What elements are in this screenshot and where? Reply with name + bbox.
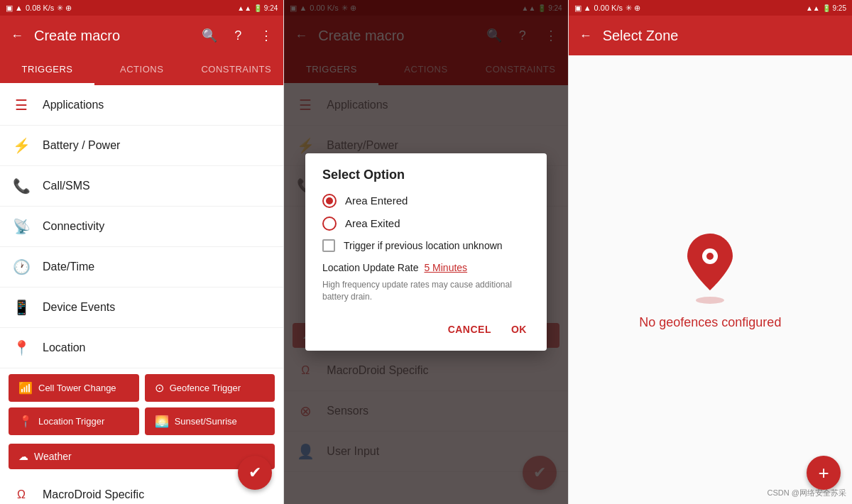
datetime-icon-1: 🕐 (11, 257, 31, 277)
battery-label-1: Battery / Power (43, 139, 120, 152)
radio-entered-label: Area Entered (345, 195, 408, 207)
modal-actions: CANCEL OK (322, 314, 530, 339)
geofence-icon-1: ⊙ (155, 381, 164, 395)
radio-entered-circle (322, 194, 337, 208)
sunset-label-1: Sunset/Sunrise (175, 416, 237, 427)
search-button-1[interactable]: 🔍 (201, 27, 218, 44)
watermark: CSDN @网络安全苏采 (768, 488, 846, 498)
datetime-label-1: Date/Time (43, 261, 94, 273)
status-bar-left-3: ▣ ▲ 0.00 K/s ✳ ⊕ (574, 4, 640, 13)
status-icons-1: ▣ ▲ (6, 4, 23, 13)
checkbox-previous-location[interactable]: Trigger if previous location unknown (322, 239, 530, 252)
trigger-battery-1[interactable]: ⚡ Battery / Power (0, 126, 283, 166)
fab-1[interactable]: ✔ (238, 456, 272, 490)
location-trigger-label-1: Location Trigger (38, 416, 104, 427)
macrodroid-label-1: MacroDroid Specific (43, 488, 144, 501)
applications-icon-1: ☰ (11, 95, 31, 115)
app-bar-actions-1: 🔍 ? ⋮ (201, 27, 275, 44)
location-sub-items-1: 📶 Cell Tower Change ⊙ Geofence Trigger 📍… (0, 368, 283, 441)
status-bar-left-1: ▣ ▲ 0.08 K/s ✳ ⊕ (6, 4, 72, 13)
deviceevents-icon-1: 📱 (11, 297, 31, 317)
callsms-label-1: Call/SMS (43, 180, 90, 192)
status-bar-right-1: ▲▲ 🔋 9:24 (237, 4, 278, 12)
clock-1: 9:24 (264, 4, 278, 12)
tab-triggers-1[interactable]: Triggers (0, 55, 94, 85)
macrodroid-icon-1: Ω (11, 485, 31, 504)
trigger-location-1[interactable]: 📍 Location (0, 328, 283, 368)
modal-note: High frequency update rates may cause ad… (322, 279, 530, 303)
bt-icon-3: ✳ ⊕ (626, 4, 640, 13)
location-label-1: Location (43, 341, 86, 354)
pin-shadow (696, 297, 724, 304)
checkbox-label: Trigger if previous location unknown (344, 240, 503, 251)
cell-tower-icon-1: 📶 (18, 381, 33, 395)
help-button-1[interactable]: ? (229, 27, 246, 44)
geofence-btn-1[interactable]: ⊙ Geofence Trigger (145, 374, 275, 402)
map-pin-svg (682, 230, 738, 294)
status-icons-3: ▣ ▲ (574, 4, 591, 13)
radio-exited-circle (322, 217, 337, 231)
trigger-callsms-1[interactable]: 📞 Call/SMS (0, 166, 283, 207)
modal-ok-button[interactable]: OK (508, 319, 530, 339)
geofence-label-1: Geofence Trigger (170, 383, 241, 393)
radio-area-entered[interactable]: Area Entered (322, 194, 530, 208)
location-update-value[interactable]: 5 Minutes (424, 262, 467, 273)
fab-plus-icon: + (818, 462, 829, 484)
data-speed-3: 0.00 K/s (594, 4, 623, 12)
location-trigger-icon-1: 📍 (18, 415, 33, 428)
sunset-icon-1: 🌅 (155, 415, 169, 428)
deviceevents-label-1: Device Events (43, 301, 115, 314)
trigger-datetime-1[interactable]: 🕐 Date/Time (0, 247, 283, 287)
modal-overlay-2[interactable]: Select Option Area Entered Area Exited T… (284, 0, 567, 504)
cell-tower-btn-1[interactable]: 📶 Cell Tower Change (9, 374, 139, 402)
trigger-deviceevents-1[interactable]: 📱 Device Events (0, 287, 283, 328)
connectivity-icon-1: 📡 (11, 217, 31, 236)
back-button-1[interactable]: ← (9, 27, 26, 44)
trigger-applications-1[interactable]: ☰ Applications (0, 85, 283, 126)
no-geofences-text: No geofences configured (639, 315, 781, 330)
app-bar-3: ← Select Zone (569, 16, 852, 55)
panel-1: ▣ ▲ 0.08 K/s ✳ ⊕ ▲▲ 🔋 9:24 ← Create macr… (0, 0, 284, 504)
panel-3: ▣ ▲ 0.00 K/s ✳ ⊕ ▲▲ 🔋 9:25 ← Select Zone (569, 0, 852, 504)
weather-icon-1: ☁ (18, 451, 28, 462)
checkbox-box (322, 239, 335, 252)
app-bar-1: ← Create macro 🔍 ? ⋮ (0, 16, 283, 55)
tabs-1: Triggers Actions Constraints (0, 55, 283, 85)
back-button-3[interactable]: ← (577, 27, 594, 44)
select-zone-fab[interactable]: + (807, 456, 841, 490)
panel-2: ▣ ▲ 0.00 K/s ✳ ⊕ ▲▲ 🔋 9:24 ← Create macr… (284, 0, 568, 504)
location-icon-1: 📍 (11, 338, 31, 358)
map-pin-container (682, 230, 738, 301)
data-speed-1: 0.08 K/s (26, 4, 54, 12)
trigger-connectivity-1[interactable]: 📡 Connectivity (0, 207, 283, 247)
connectivity-label-1: Connectivity (43, 220, 104, 233)
bt-icon-1: ✳ ⊕ (57, 4, 72, 13)
app-title-1: Create macro (34, 28, 192, 44)
location-update-label: Location Update Rate (322, 262, 418, 273)
svg-point-1 (706, 253, 714, 260)
battery-icon-1: ⚡ (11, 136, 31, 155)
modal-cancel-button[interactable]: CANCEL (445, 319, 494, 339)
tab-actions-1[interactable]: Actions (94, 55, 189, 85)
cell-tower-label-1: Cell Tower Change (38, 383, 116, 393)
select-zone-content: No geofences configured (569, 55, 852, 504)
weather-label-1: Weather (34, 451, 72, 462)
tab-constraints-1[interactable]: Constraints (189, 55, 283, 85)
status-bar-1: ▣ ▲ 0.08 K/s ✳ ⊕ ▲▲ 🔋 9:24 (0, 0, 283, 16)
signal-icons-3: ▲▲ 🔋 (806, 4, 831, 12)
location-trigger-btn-1[interactable]: 📍 Location Trigger (9, 407, 139, 435)
clock-3: 9:25 (833, 4, 846, 12)
weather-selected-1[interactable]: ☁ Weather (9, 444, 275, 469)
modal-title: Select Option (322, 168, 530, 182)
radio-area-exited[interactable]: Area Exited (322, 217, 530, 231)
select-option-modal: Select Option Area Entered Area Exited T… (305, 153, 547, 351)
signal-icons-1: ▲▲ 🔋 (237, 4, 262, 12)
radio-exited-label: Area Exited (345, 217, 400, 229)
applications-label-1: Applications (43, 99, 104, 111)
trigger-list-1: ☰ Applications ⚡ Battery / Power 📞 Call/… (0, 85, 283, 504)
location-update-row: Location Update Rate 5 Minutes (322, 262, 530, 273)
sunset-btn-1[interactable]: 🌅 Sunset/Sunrise (145, 407, 275, 435)
status-bar-right-3: ▲▲ 🔋 9:25 (806, 4, 846, 12)
status-bar-3: ▣ ▲ 0.00 K/s ✳ ⊕ ▲▲ 🔋 9:25 (569, 0, 852, 16)
more-button-1[interactable]: ⋮ (258, 27, 275, 44)
